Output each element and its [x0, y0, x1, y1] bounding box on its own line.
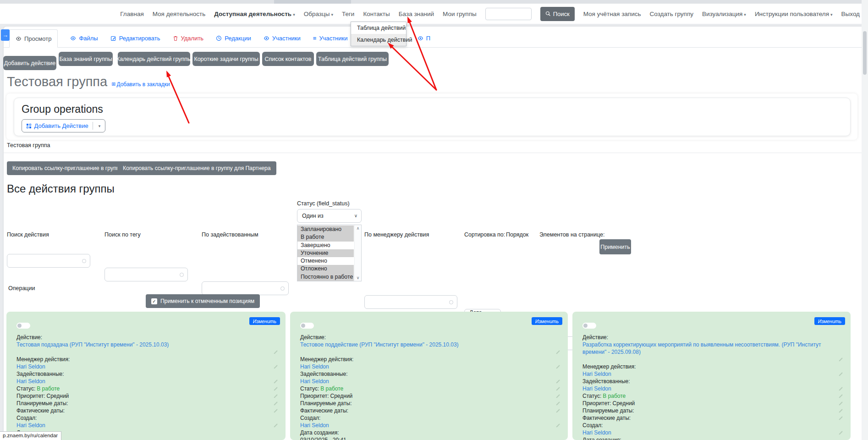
tab-truncated[interactable]: П: [418, 29, 430, 47]
status-option[interactable]: Отменено: [297, 257, 354, 265]
card-select-toggle[interactable]: [582, 323, 596, 329]
order-label: Порядок: [506, 231, 528, 238]
manager-link[interactable]: Hari Seldon: [300, 363, 329, 370]
tab-edit[interactable]: Редактировать: [110, 29, 160, 47]
group-knowledge-base-button[interactable]: База знаний группы: [59, 52, 113, 66]
eye-icon: [418, 35, 423, 41]
nav-visualization[interactable]: Визуализация▾: [702, 11, 746, 17]
nav-logout[interactable]: Выход: [841, 11, 860, 17]
involved-link[interactable]: Hari Seldon: [582, 385, 611, 392]
manager-link[interactable]: Hari Seldon: [582, 371, 611, 377]
add-action-split-button[interactable]: Добавить Действие ▾: [22, 119, 105, 132]
status-option[interactable]: В работе: [297, 233, 354, 241]
page-scrollbar-thumb[interactable]: [863, 31, 867, 75]
edit-icon: [110, 35, 116, 41]
add-bookmark-link[interactable]: ⊞Добавить в закладки: [111, 81, 170, 89]
operations-label: Операции: [8, 285, 35, 292]
nav-knowledge-base[interactable]: База знаний: [399, 11, 434, 17]
status-option[interactable]: Постоянно в работе: [297, 273, 354, 281]
nav-contacts[interactable]: Контакты: [363, 11, 390, 17]
tab-members-list[interactable]: ≡ Участники: [313, 29, 348, 47]
field-label: Планируемые даты:: [16, 400, 282, 407]
action-title-link[interactable]: Тестовая подзадача (РУП "Институт времен…: [16, 341, 169, 348]
manager-link[interactable]: Hari Seldon: [16, 363, 45, 370]
search-action-input[interactable]: [7, 254, 90, 267]
field-label: Статус:: [16, 385, 35, 392]
checkbox-icon: ✓: [151, 298, 157, 304]
clear-icon: [449, 300, 453, 304]
menu-item-actions-table[interactable]: Таблица действий: [351, 22, 406, 34]
field-label: Задействованные:: [16, 370, 282, 378]
clear-icon: [82, 259, 86, 263]
nav-my-groups[interactable]: Мои группы: [443, 11, 477, 17]
field-label: Создал:: [16, 414, 282, 422]
edit-button[interactable]: Изменить: [532, 317, 562, 325]
nav-samples[interactable]: Образцы▾: [304, 11, 333, 17]
group-short-tasks-button[interactable]: Короткие задачи группы: [192, 52, 260, 66]
tab-delete[interactable]: Удалить: [173, 29, 204, 47]
chevron-down-icon: ∨: [354, 213, 357, 218]
search-input[interactable]: [485, 8, 532, 20]
available-activity-dropdown: Таблица действий Календарь действий: [351, 22, 407, 46]
search-tag-input[interactable]: [105, 268, 187, 281]
creator-link[interactable]: Hari Seldon: [300, 422, 329, 429]
nav-user-guides[interactable]: Инструкции пользователя▾: [755, 11, 833, 17]
clear-icon: [280, 286, 285, 291]
nav-home[interactable]: Главная: [120, 11, 143, 17]
sidebar-expand-button[interactable]: →: [1, 29, 10, 41]
field-label: Фактические даты:: [582, 414, 847, 422]
field-label: Дата создания:: [582, 436, 847, 440]
action-card: Изменить Действие: Разработка корректиру…: [572, 312, 851, 440]
manager-input[interactable]: [365, 296, 457, 308]
apply-filters-button[interactable]: Применить: [599, 239, 631, 254]
creator-link[interactable]: Hari Seldon: [16, 422, 45, 429]
copy-partner-invite-link-button[interactable]: Копировать ссылку-приглашение в группу д…: [117, 161, 276, 175]
apply-to-selected-button[interactable]: ✓ Применить к отмеченным позициям: [146, 294, 260, 308]
scroll-down-icon[interactable]: ∨: [357, 275, 360, 280]
field-label: Статус:: [582, 393, 601, 399]
creator-link[interactable]: Hari Seldon: [582, 429, 611, 436]
chevron-down-icon: ▾: [293, 12, 295, 17]
priority-value: Средний: [330, 393, 353, 399]
action-title-link[interactable]: Тестовое поддействие (РУП "Институт врем…: [300, 341, 459, 348]
multiselect-scrollbar[interactable]: ∧ ∨: [354, 225, 361, 281]
status-option[interactable]: Запланировано: [297, 226, 354, 233]
status-operator-select[interactable]: Один из ∨: [297, 209, 362, 223]
entity-tabs: Просмотр Файлы Редактировать Удалить Ред…: [4, 27, 864, 48]
nav-create-group[interactable]: Создать группу: [650, 11, 693, 17]
involved-link[interactable]: Hari Seldon: [300, 378, 329, 385]
involved-input-wrap: [202, 281, 289, 295]
browser-tab-edge: [274, 0, 351, 4]
nav-available-activity[interactable]: Доступная деятельность▾: [214, 11, 295, 17]
nav-my-activity[interactable]: Моя деятельность: [153, 11, 206, 17]
edit-button[interactable]: Изменить: [249, 317, 280, 325]
scroll-up-icon[interactable]: ∧: [357, 226, 360, 231]
trash-icon: [173, 35, 178, 41]
card-select-toggle[interactable]: [16, 323, 30, 329]
nav-tags[interactable]: Теги: [342, 11, 354, 17]
status-multiselect[interactable]: Запланировано В работе Завершено Уточнен…: [297, 225, 362, 281]
search-button[interactable]: Поиск: [540, 7, 575, 21]
bookmark-icon: ⊞: [111, 81, 115, 87]
group-actions-calendar-button[interactable]: Календарь действий группы: [118, 52, 190, 66]
card-select-toggle[interactable]: [300, 323, 314, 329]
copy-invite-link-button[interactable]: Копировать ссылку-приглашение в группу: [7, 161, 128, 175]
action-title-link[interactable]: Разработка корректирующих мероприятий по…: [582, 341, 821, 355]
status-filter-label: Статус (field_status): [297, 200, 350, 207]
tab-revisions[interactable]: Редакции: [216, 29, 251, 47]
status-option[interactable]: Отложено: [297, 265, 354, 273]
involved-input[interactable]: [202, 282, 288, 295]
status-option[interactable]: Уточнение: [297, 249, 354, 257]
contacts-list-button[interactable]: Список контактов: [262, 52, 314, 66]
tab-members[interactable]: Участники: [264, 29, 301, 47]
involved-link[interactable]: Hari Seldon: [16, 378, 45, 385]
menu-item-actions-calendar[interactable]: Календарь действий: [351, 34, 406, 46]
tab-view[interactable]: Просмотр: [9, 29, 58, 48]
add-action-button[interactable]: Добавить действие: [3, 56, 56, 70]
priority-value: Средний: [613, 400, 635, 407]
nav-my-account[interactable]: Моя учётная запись: [583, 11, 641, 17]
tab-files[interactable]: Файлы: [70, 29, 98, 47]
group-actions-table-button[interactable]: Таблица действий группы: [316, 52, 389, 66]
edit-button[interactable]: Изменить: [814, 317, 845, 325]
status-option[interactable]: Завершено: [297, 242, 354, 249]
